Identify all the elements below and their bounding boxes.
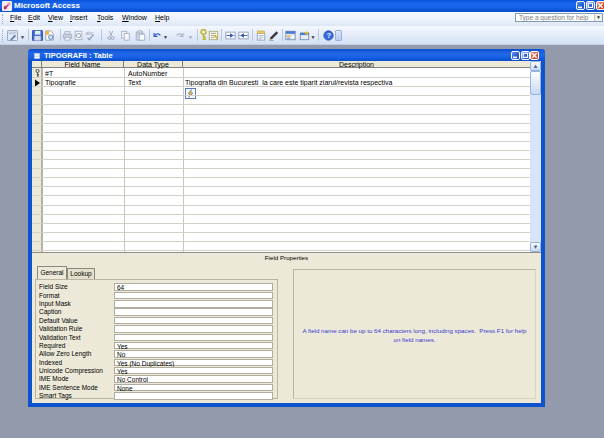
svg-text:?: ? — [327, 31, 331, 38]
